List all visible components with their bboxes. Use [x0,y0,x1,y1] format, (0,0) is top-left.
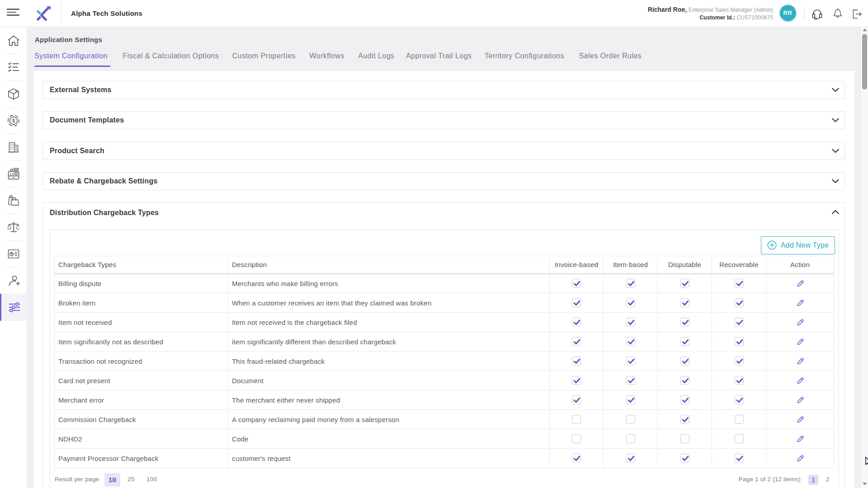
svg-text:C: C [16,225,20,231]
svg-text:$: $ [12,118,15,123]
svg-text:D: D [7,225,11,231]
